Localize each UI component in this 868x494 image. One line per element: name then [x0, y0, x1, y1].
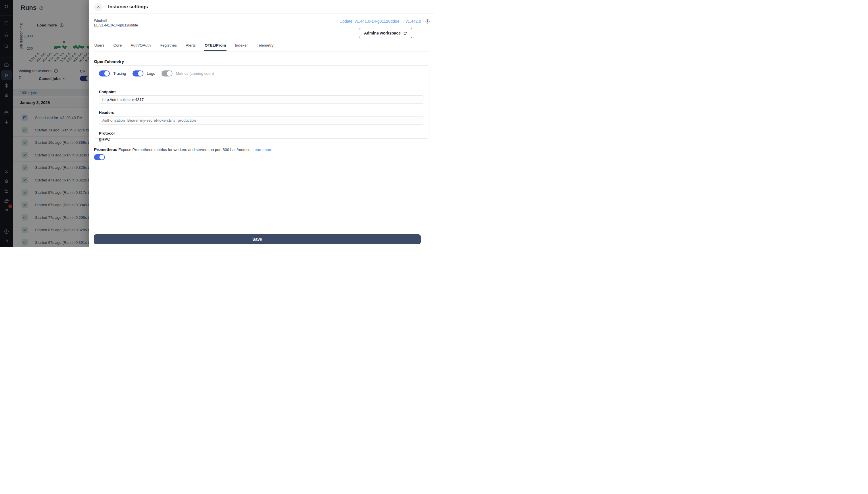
tab-alerts[interactable]: Alerts: [185, 43, 196, 51]
headers-label: Headers: [99, 110, 114, 115]
logs-toggle[interactable]: [133, 71, 143, 76]
settings-tabs: UsersCoreAuth/OAuthRegistriesAlertsOTEL/…: [94, 43, 429, 52]
prometheus-description: Expose Prometheus metrics for workers an…: [118, 148, 252, 152]
app-root: Runs Load more job duration (ms) 1,000 2…: [0, 0, 434, 247]
toggle-item: Logs: [133, 71, 155, 76]
version-block: Windmill EE v1.441.0-14-g81128ddde: [94, 18, 138, 27]
toggle-label: Logs: [147, 71, 155, 76]
save-button[interactable]: Save: [94, 234, 421, 244]
endpoint-label: Endpoint: [99, 90, 116, 94]
toggle-label: Tracing: [113, 71, 126, 76]
tab-telemetry[interactable]: Telemetry: [256, 43, 274, 51]
tracing-toggle[interactable]: [99, 71, 110, 76]
prometheus-title: Prometheus: [94, 147, 117, 152]
modal-title: Instance settings: [108, 4, 148, 10]
instance-settings-modal: Instance settings Windmill EE v1.441.0-1…: [89, 0, 434, 247]
tab-users[interactable]: Users: [94, 43, 105, 51]
toggle-item: Tracing: [99, 71, 126, 76]
protocol-value: gRPC: [99, 137, 110, 141]
close-icon: [97, 5, 100, 8]
metrics-coming-soon--toggle: [161, 71, 173, 76]
info-icon[interactable]: [425, 19, 430, 25]
close-button[interactable]: [94, 3, 102, 11]
toggle-label: Metrics (coming soon): [176, 71, 214, 76]
modal-header: Instance settings: [89, 0, 434, 14]
tab-registries[interactable]: Registries: [159, 43, 177, 51]
tab-core[interactable]: Core: [113, 43, 122, 51]
prometheus-toggle[interactable]: [94, 154, 105, 160]
tab-indexer[interactable]: Indexer: [234, 43, 248, 51]
external-link-icon: [403, 31, 407, 35]
otel-card: TracingLogsMetrics (coming soon) Endpoin…: [94, 65, 429, 138]
admins-workspace-label: Admins workspace: [364, 31, 401, 35]
admins-workspace-button[interactable]: Admins workspace: [359, 28, 412, 38]
version-string: EE v1.441.0-14-g81128ddde: [94, 23, 138, 27]
prometheus-row: Prometheus Expose Prometheus metrics for…: [94, 147, 272, 152]
protocol-label: Protocol: [99, 131, 115, 135]
update-link[interactable]: Update: v1.441.0-14-g81128ddde → v1.442.…: [339, 19, 421, 23]
headers-input[interactable]: [99, 116, 424, 125]
endpoint-input[interactable]: [99, 95, 424, 104]
learn-more-link[interactable]: Learn more: [252, 148, 272, 152]
toggle-item: Metrics (coming soon): [161, 71, 214, 76]
tab-auth-oauth[interactable]: Auth/OAuth: [130, 43, 152, 51]
otel-heading: OpenTelemetry: [94, 59, 124, 64]
app-name: Windmill: [94, 18, 138, 23]
tab-otel-prom[interactable]: OTEL/Prom: [204, 43, 226, 51]
